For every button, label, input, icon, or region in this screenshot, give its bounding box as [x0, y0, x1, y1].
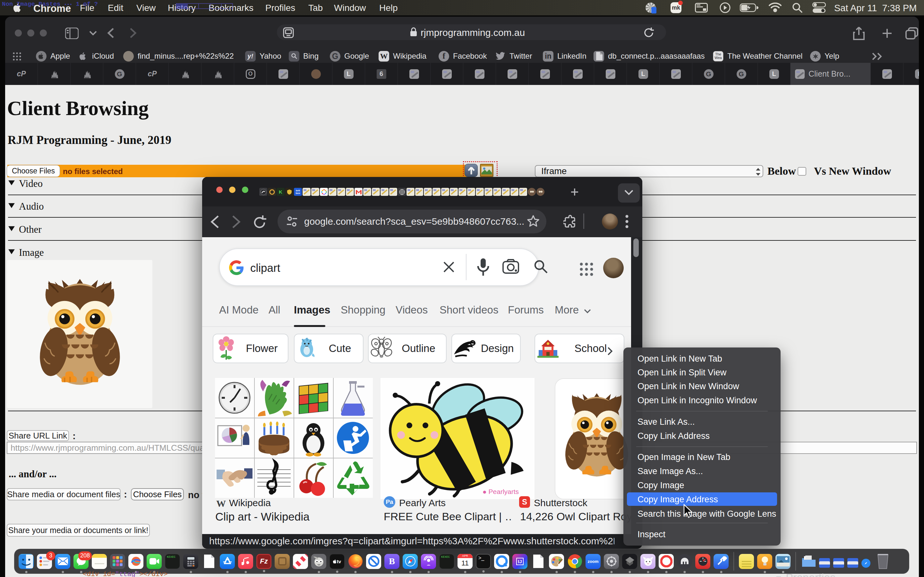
svg-text:● Pearlyarts: ● Pearlyarts: [483, 488, 519, 495]
